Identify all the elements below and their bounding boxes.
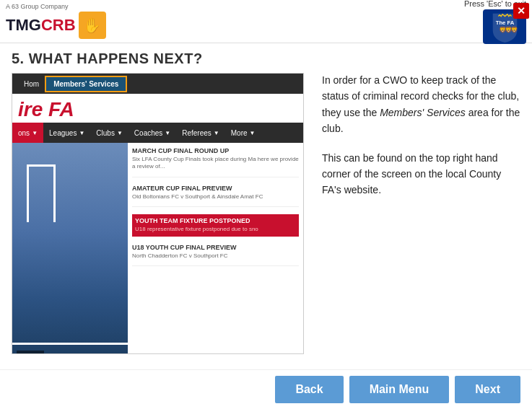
fake-nav-members: Members' Services bbox=[45, 76, 127, 92]
fa-website-heading: ire FA bbox=[12, 94, 303, 123]
paragraph-2: This can be found on the top right hand … bbox=[322, 150, 520, 198]
article-3-text: U18 representative fixture postponed due… bbox=[135, 226, 296, 233]
back-button[interactable]: Back bbox=[275, 376, 343, 403]
article-3-title: YOUTH TEAM FIXTURE POSTPONED bbox=[135, 217, 296, 224]
website-screenshot: Hom Members' Services ire FA ons ▼ Leagu… bbox=[12, 73, 304, 354]
article-4-title: U18 YOUTH CUP FINAL PREVIEW bbox=[132, 244, 299, 251]
fake-image-inner: ixture bbox=[12, 143, 128, 354]
subnav-item-2: Leagues ▼ bbox=[43, 123, 90, 143]
fake-image: ixture bbox=[12, 143, 128, 354]
fake-article-1: MARCH CUP FINAL ROUND UP Six LFA County … bbox=[132, 147, 299, 177]
subnav-item-3: Clubs ▼ bbox=[90, 123, 128, 143]
hand-icon: ✋ bbox=[79, 12, 106, 39]
header: A 63 Group Company TMGCRB ✋ Press 'Esc' … bbox=[0, 0, 532, 43]
tmg-logo: TMGCRB ✋ bbox=[6, 12, 106, 39]
article-2-title: AMATEUR CUP FINAL PREVIEW bbox=[132, 185, 299, 192]
a63-label: A 63 Group Company bbox=[6, 3, 69, 10]
fa-heading-text: ire FA bbox=[18, 98, 74, 120]
close-button[interactable]: ✕ bbox=[513, 3, 529, 19]
article-4-text: North Chadderton FC v Southport FC bbox=[132, 252, 299, 260]
subnav-item-6: More ▼ bbox=[225, 123, 261, 143]
fake-sub-nav: ons ▼ Leagues ▼ Clubs ▼ Coaches ▼ Refere… bbox=[12, 123, 303, 143]
fake-article-3: YOUTH TEAM FIXTURE POSTPONED U18 represe… bbox=[132, 214, 299, 236]
logo-area: A 63 Group Company TMGCRB ✋ bbox=[6, 4, 106, 39]
fake-articles: MARCH CUP FINAL ROUND UP Six LFA County … bbox=[128, 143, 303, 354]
paragraph-1: In order for a CWO to keep track of the … bbox=[322, 72, 520, 137]
main-menu-button[interactable]: Main Menu bbox=[349, 376, 450, 403]
article-1-text: Six LFA County Cup Finals took place dur… bbox=[132, 156, 299, 171]
subnav-item-4: Coaches ▼ bbox=[128, 123, 176, 143]
fake-article-2: AMATEUR CUP FINAL PREVIEW Old Boltonians… bbox=[132, 185, 299, 207]
fake-website-nav: Hom Members' Services bbox=[12, 74, 303, 94]
subnav-item-5: Referees ▼ bbox=[176, 123, 225, 143]
section-title: 5. WHAT HAPPENS NEXT? bbox=[12, 50, 308, 67]
next-button[interactable]: Next bbox=[455, 376, 520, 403]
article-1-title: MARCH CUP FINAL ROUND UP bbox=[132, 147, 299, 154]
screenshot-area: 5. WHAT HAPPENS NEXT? Hom Members' Servi… bbox=[12, 50, 308, 359]
fixture-text: ixture bbox=[17, 351, 44, 354]
text-content: In order for a CWO to keep track of the … bbox=[322, 50, 520, 359]
bottom-bar: Back Main Menu Next bbox=[0, 369, 532, 409]
fake-content: ixture MARCH CUP FINAL ROUND UP Six LFA … bbox=[12, 143, 303, 354]
article-2-text: Old Boltonians FC v Southport & Ainsdale… bbox=[132, 193, 299, 201]
members-services-italic: Members' Services bbox=[380, 107, 466, 118]
svg-text:🦁: 🦁 bbox=[510, 25, 518, 33]
fake-nav-home: Hom bbox=[18, 77, 45, 91]
crb-text: CRB bbox=[41, 16, 76, 35]
subnav-item-1: ons ▼ bbox=[12, 123, 43, 143]
main-content: 5. WHAT HAPPENS NEXT? Hom Members' Servi… bbox=[0, 43, 532, 366]
fake-article-4: U18 YOUTH CUP FINAL PREVIEW North Chadde… bbox=[132, 244, 299, 266]
tmg-text: TMG bbox=[6, 16, 41, 35]
